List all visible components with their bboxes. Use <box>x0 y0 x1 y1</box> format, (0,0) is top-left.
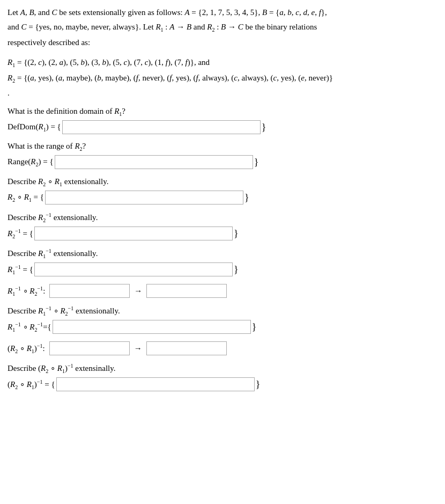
q3-question: Describe R2 ∘ R1 extensionally. <box>8 177 437 187</box>
q6-section: R1−1 ∘ R2−1: → <box>8 284 437 298</box>
q2-input[interactable] <box>55 155 253 169</box>
q7-question: Describe R1−1 ∘ R2−1 extensionally. <box>8 305 437 317</box>
relations-text: R1 = {(2, c), (2, a), (5, b), (3, b), (5… <box>8 56 437 99</box>
q2-input-row: Range(R2) = { } <box>8 155 437 169</box>
q4-prefix: R2−1 = { <box>8 228 33 239</box>
r2-definition: R2 = {(a, yes), (a, maybe), (b, maybe), … <box>8 72 437 85</box>
q6-arrow: → <box>134 287 142 296</box>
q1-input-row: DefDom(R1) = { } <box>8 120 437 134</box>
q9-section: Describe (R2 ∘ R1)−1 extensinally. (R2 ∘… <box>8 363 437 391</box>
q5-prefix: R1−1 = { <box>8 264 33 275</box>
q5-suffix: } <box>234 265 239 274</box>
q3-section: Describe R2 ∘ R1 extensionally. R2 ∘ R1 … <box>8 177 437 204</box>
q6-input-row: R1−1 ∘ R2−1: → <box>8 284 437 298</box>
r1-definition: R1 = {(2, c), (2, a), (5, b), (3, b), (5… <box>8 56 437 70</box>
q9-input-row: (R2 ∘ R1)−1 = { } <box>8 377 437 391</box>
intro-text: Let A, B, and C be sets extensionally gi… <box>8 6 437 49</box>
q9-input[interactable] <box>56 377 255 391</box>
q8-input1[interactable] <box>49 341 130 355</box>
intro-line3: respectively described as: <box>8 36 437 49</box>
intro-line1: Let A, B, and C be sets extensionally gi… <box>8 6 437 19</box>
q6-input1[interactable] <box>49 284 130 298</box>
q2-question: What is the range of R2? <box>8 142 437 152</box>
q8-input-row: (R2 ∘ R1)−1: → <box>8 341 437 355</box>
q7-input-row: R1−1 ∘ R2−1={ } <box>8 320 437 334</box>
dot-line: . <box>8 87 437 99</box>
q8-section: (R2 ∘ R1)−1: → <box>8 341 437 355</box>
q1-prefix: DefDom(R1) = { <box>8 122 61 133</box>
q3-input[interactable] <box>45 191 243 204</box>
q2-suffix: } <box>254 157 259 167</box>
intro-line2: and C = {yes, no, maybe, never, always}.… <box>8 21 437 34</box>
q7-section: Describe R1−1 ∘ R2−1 extensionally. R1−1… <box>8 305 437 334</box>
q4-input[interactable] <box>34 227 233 240</box>
q7-prefix: R1−1 ∘ R2−1={ <box>8 322 51 333</box>
q4-section: Describe R2−1 extensionally. R2−1 = { } <box>8 212 437 240</box>
q1-suffix: } <box>262 122 266 132</box>
q2-section: What is the range of R2? Range(R2) = { } <box>8 142 437 169</box>
q9-prefix: (R2 ∘ R1)−1 = { <box>8 379 55 390</box>
q4-input-row: R2−1 = { } <box>8 227 437 240</box>
q5-question: Describe R1−1 extensionally. <box>8 248 437 259</box>
q4-suffix: } <box>234 229 239 238</box>
q5-section: Describe R1−1 extensionally. R1−1 = { } <box>8 248 437 276</box>
q1-section: What is the definition domain of R1? Def… <box>8 107 437 134</box>
q8-prefix: (R2 ∘ R1)−1: <box>8 343 45 354</box>
q1-input[interactable] <box>62 120 261 134</box>
q1-question: What is the definition domain of R1? <box>8 107 437 117</box>
q8-input2[interactable] <box>146 341 227 355</box>
q3-suffix: } <box>244 193 249 202</box>
q8-arrow: → <box>134 344 142 353</box>
q9-suffix: } <box>256 379 261 389</box>
q2-prefix: Range(R2) = { <box>8 157 54 167</box>
q3-input-row: R2 ∘ R1 = { } <box>8 191 437 204</box>
q5-input-row: R1−1 = { } <box>8 262 437 276</box>
q4-question: Describe R2−1 extensionally. <box>8 212 437 223</box>
q7-input[interactable] <box>53 320 251 334</box>
q9-question: Describe (R2 ∘ R1)−1 extensinally. <box>8 363 437 374</box>
q6-prefix: R1−1 ∘ R2−1: <box>8 286 45 297</box>
q7-suffix: } <box>252 322 257 332</box>
q6-input2[interactable] <box>146 284 227 298</box>
q5-input[interactable] <box>34 262 233 276</box>
q3-prefix: R2 ∘ R1 = { <box>8 192 44 203</box>
